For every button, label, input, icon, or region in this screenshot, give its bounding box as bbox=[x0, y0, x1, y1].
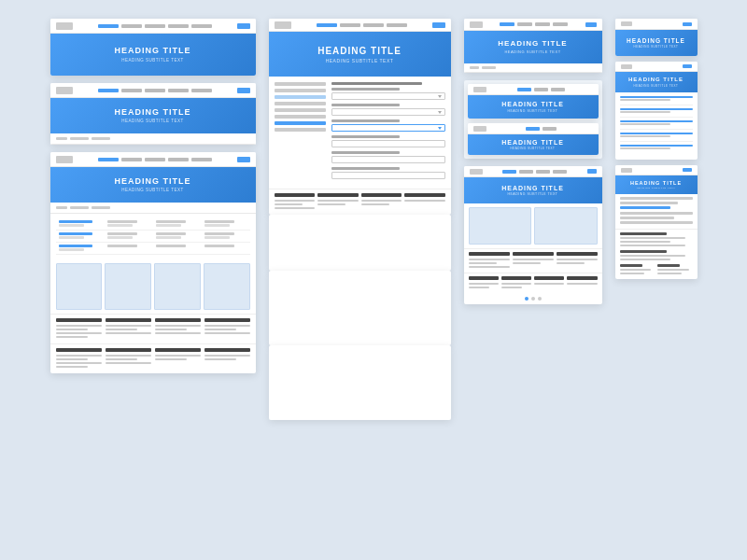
nav-link[interactable] bbox=[121, 89, 142, 92]
form-input-field[interactable] bbox=[331, 140, 445, 147]
form-input-field[interactable] bbox=[331, 92, 445, 100]
mobile-menu-btn[interactable] bbox=[683, 64, 692, 68]
sidebar-item[interactable] bbox=[275, 102, 326, 105]
form-hero-title: HEADING TITLE bbox=[317, 46, 402, 56]
list-item-title bbox=[620, 108, 693, 110]
footer-line bbox=[469, 266, 510, 268]
sidebar-item[interactable] bbox=[275, 82, 326, 86]
form-label bbox=[331, 151, 400, 154]
nav-link[interactable] bbox=[553, 170, 567, 174]
sidebar-item[interactable] bbox=[275, 89, 326, 92]
nav-link-active[interactable] bbox=[500, 22, 514, 26]
nav-link[interactable] bbox=[145, 24, 165, 28]
sidebar-item[interactable] bbox=[275, 108, 326, 112]
page-dot[interactable] bbox=[531, 297, 535, 301]
footer-line bbox=[534, 283, 564, 285]
footer-col bbox=[56, 318, 102, 340]
nav-link-active[interactable] bbox=[98, 158, 119, 161]
tablet-hero-sub-1: HEADING SUBTITLE TEXT bbox=[504, 49, 560, 54]
mobile-logo bbox=[621, 21, 632, 26]
nav-link[interactable] bbox=[145, 89, 165, 92]
nav-button-2[interactable] bbox=[237, 88, 250, 93]
sidebar-item-active[interactable] bbox=[275, 95, 326, 99]
page-dot-active[interactable] bbox=[525, 297, 529, 301]
mobile-hero-sub-2: HEADING SUBTITLE TEXT bbox=[634, 84, 679, 88]
frame-blank-3 bbox=[269, 345, 451, 420]
footer-title bbox=[317, 193, 359, 197]
nav-link-active[interactable] bbox=[517, 88, 531, 91]
hero-sub: HEADING SUBTITLE TEXT bbox=[511, 147, 556, 150]
nav-link[interactable] bbox=[168, 24, 189, 28]
nav-link[interactable] bbox=[517, 22, 532, 26]
nav-link[interactable] bbox=[191, 24, 212, 28]
nav-link[interactable] bbox=[168, 158, 189, 161]
dropdown-arrow-icon bbox=[438, 127, 442, 130]
nav-link-active[interactable] bbox=[526, 127, 540, 131]
cell-text bbox=[107, 236, 134, 239]
nav-btn[interactable] bbox=[587, 169, 597, 174]
nav-link[interactable] bbox=[519, 170, 533, 174]
nav-link-active[interactable] bbox=[98, 24, 119, 28]
form-input-field[interactable] bbox=[331, 108, 445, 116]
nav-button[interactable] bbox=[237, 23, 250, 29]
form-input-active[interactable] bbox=[331, 124, 445, 132]
nav-link[interactable] bbox=[535, 22, 550, 26]
tablet-navbar-3 bbox=[464, 166, 602, 177]
frame-tablet-2a: HEADING TITLE HEADING SUBTITLE TEXT bbox=[468, 84, 599, 119]
nav-link[interactable] bbox=[536, 170, 550, 174]
nav-link-active[interactable] bbox=[502, 170, 516, 174]
navbar-1 bbox=[50, 19, 256, 34]
mobile-menu-btn[interactable] bbox=[683, 168, 692, 172]
footer-title bbox=[513, 252, 554, 256]
footer-col-line bbox=[155, 325, 201, 327]
nav-link[interactable] bbox=[168, 89, 189, 92]
footer-title bbox=[557, 252, 598, 256]
footer-line bbox=[501, 287, 523, 288]
tablet-nav-btn[interactable] bbox=[585, 22, 597, 27]
list-item bbox=[620, 120, 693, 130]
footer-line bbox=[469, 259, 510, 260]
nav-link[interactable] bbox=[145, 158, 165, 161]
mobile-menu-btn[interactable] bbox=[683, 22, 692, 26]
nav-link[interactable] bbox=[121, 158, 142, 161]
nav-button-3[interactable] bbox=[237, 157, 250, 162]
nav-link[interactable] bbox=[340, 23, 360, 27]
nav-link[interactable] bbox=[191, 89, 212, 92]
hero-title: HEADING TITLE bbox=[501, 185, 564, 192]
nav-link[interactable] bbox=[387, 23, 407, 27]
form-input-field[interactable] bbox=[331, 172, 445, 179]
list-item bbox=[620, 108, 693, 118]
list-item bbox=[620, 96, 693, 105]
form-navbar bbox=[269, 19, 451, 32]
form-input-field[interactable] bbox=[331, 156, 445, 163]
footer-title bbox=[361, 193, 402, 197]
nav-link[interactable] bbox=[553, 22, 568, 26]
list-item-text bbox=[620, 111, 671, 113]
footer-col bbox=[469, 276, 499, 290]
form-body bbox=[269, 77, 451, 189]
list-item-content bbox=[620, 96, 693, 102]
form-logo bbox=[275, 21, 291, 29]
sidebar-item[interactable] bbox=[275, 115, 326, 119]
nav-links bbox=[490, 127, 593, 131]
list-item-content bbox=[620, 108, 693, 114]
card bbox=[469, 207, 532, 245]
nav-link[interactable] bbox=[551, 88, 565, 91]
form-nav-btn[interactable] bbox=[432, 22, 445, 28]
nav-link[interactable] bbox=[121, 24, 142, 28]
footer-line bbox=[557, 259, 598, 260]
nav-link[interactable] bbox=[543, 127, 557, 131]
footer-col bbox=[106, 348, 151, 370]
sidebar-item-selected[interactable] bbox=[275, 121, 326, 125]
breadcrumb bbox=[56, 206, 67, 209]
sidebar-item[interactable] bbox=[275, 128, 326, 132]
page-dot[interactable] bbox=[538, 297, 542, 301]
frame-desktop-3: HEADING TITLE HEADING SUBTITLE TEXT bbox=[50, 152, 256, 373]
nav-link[interactable] bbox=[191, 158, 212, 161]
nav-link-active[interactable] bbox=[317, 23, 337, 27]
footer-title bbox=[620, 232, 668, 235]
nav-link-active[interactable] bbox=[98, 89, 119, 92]
nav-link[interactable] bbox=[363, 23, 384, 27]
nav-link[interactable] bbox=[534, 88, 548, 91]
footer-col-line bbox=[106, 332, 151, 334]
